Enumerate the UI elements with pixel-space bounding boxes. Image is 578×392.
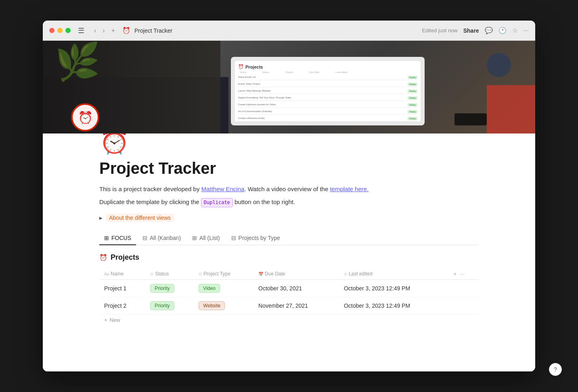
row-1-type[interactable]: Video xyxy=(194,280,253,297)
tab-favicon: ⏰ xyxy=(122,27,130,34)
add-icon: + xyxy=(104,317,107,323)
add-page-button[interactable]: + xyxy=(109,25,117,36)
row-2-due-date: November 27, 2021 xyxy=(253,297,339,315)
collapsible-arrow-icon[interactable]: ▶ xyxy=(99,216,103,220)
section-header: ⏰ Projects xyxy=(99,253,479,262)
description-line-1: This is a project tracker developed by M… xyxy=(99,184,479,194)
tab-focus-icon: ⊞ xyxy=(104,235,109,241)
collapsible-section[interactable]: ▶ About the different views xyxy=(99,214,479,222)
section-icon: ⏰ xyxy=(99,254,107,261)
add-column-button[interactable]: + xyxy=(453,271,457,277)
hero-image: 🌿 ⏰ ⏰ Projects NameStatusProjectDue Date… xyxy=(43,41,535,133)
browser-chrome: ☰ ‹ › + ⏰ Project Tracker Edited just no… xyxy=(43,21,535,41)
col-project-type: ⊙ Project Type xyxy=(194,268,253,280)
hero-tablet-screen: ⏰ Projects NameStatusProjectDue DateLast… xyxy=(235,61,421,121)
col-last-edited: ⊙ Last edited xyxy=(339,268,448,280)
tab-kanban-icon: ⊟ xyxy=(142,235,147,241)
row-1-actions xyxy=(448,280,479,297)
row-2-actions xyxy=(448,297,479,315)
navigation-controls: ‹ › + xyxy=(92,25,117,36)
hero-tablet-title: ⏰ Projects xyxy=(238,64,417,69)
col-name: Aa Name xyxy=(99,268,145,280)
tabs-bar: ⊞ FOCUS ⊟ All (Kanban) ⊞ All (List) ⊟ Pr… xyxy=(99,231,479,245)
col-name-icon: Aa xyxy=(104,272,109,276)
edited-status: Edited just now xyxy=(422,27,458,33)
type-badge: Website xyxy=(199,301,225,310)
col-type-icon: ⊙ xyxy=(199,272,202,276)
hero-orange-block xyxy=(487,85,535,133)
tab-kanban[interactable]: ⊟ All (Kanban) xyxy=(138,231,186,245)
author-link[interactable]: Matthew Encina xyxy=(201,186,245,192)
close-button[interactable] xyxy=(49,28,54,33)
new-label: New xyxy=(110,317,120,323)
tab-list[interactable]: ⊞ All (List) xyxy=(187,231,225,245)
projects-table: Aa Name ⊙ Status ⊙ xyxy=(99,268,479,315)
hero-black-rect xyxy=(454,113,487,125)
traffic-lights xyxy=(49,28,71,33)
add-row-button[interactable]: + New xyxy=(99,315,479,325)
duplicate-badge: Duplicate xyxy=(201,198,233,207)
col-date-icon: 📅 xyxy=(258,272,263,276)
tab-focus[interactable]: ⊞ FOCUS xyxy=(99,231,136,245)
tab-area: ⏰ Project Tracker xyxy=(122,27,417,34)
minimize-button[interactable] xyxy=(57,28,63,33)
tab-type-icon: ⊟ xyxy=(231,235,236,241)
browser-window: ☰ ‹ › + ⏰ Project Tracker Edited just no… xyxy=(43,21,535,371)
menu-button[interactable]: ☰ xyxy=(75,25,87,37)
status-badge: Priority xyxy=(150,301,174,310)
back-button[interactable]: ‹ xyxy=(92,25,98,36)
more-columns-button[interactable]: ··· xyxy=(460,271,465,277)
collapsible-label[interactable]: About the different views xyxy=(106,214,174,222)
table-row: Project 2 Priority Website November 27, … xyxy=(99,297,479,315)
forward-button[interactable]: › xyxy=(100,25,107,36)
row-1-status[interactable]: Priority xyxy=(145,280,194,297)
col-actions-header: + ··· xyxy=(448,268,479,280)
col-due-date: 📅 Due Date xyxy=(253,268,339,280)
favorite-icon[interactable]: ☆ xyxy=(512,27,518,34)
col-status-icon: ⊙ xyxy=(150,272,153,276)
help-button[interactable]: ? xyxy=(549,363,562,376)
more-options-icon[interactable]: ··· xyxy=(524,27,529,34)
maximize-button[interactable] xyxy=(65,28,71,33)
section-title: Projects xyxy=(111,253,139,262)
row-2-name[interactable]: Project 2 xyxy=(99,297,145,315)
history-icon[interactable]: 🕐 xyxy=(498,27,507,34)
tab-type-label: Projects by Type xyxy=(239,235,280,241)
row-2-last-edited: October 3, 2023 12:49 PM xyxy=(339,297,448,315)
description-line-2: Duplicate the template by clicking the D… xyxy=(99,197,479,207)
tab-focus-label: FOCUS xyxy=(111,235,131,241)
tab-list-icon: ⊞ xyxy=(192,235,197,241)
page-title: Project Tracker xyxy=(99,158,479,178)
row-1-name[interactable]: Project 1 xyxy=(99,280,145,297)
status-badge: Priority xyxy=(150,284,174,293)
browser-actions: Edited just now Share 💬 🕐 ☆ ··· xyxy=(422,27,529,34)
col-edited-icon: ⊙ xyxy=(344,272,347,276)
hero-tablet: ⏰ Projects NameStatusProjectDue DateLast… xyxy=(231,57,425,125)
share-button[interactable]: Share xyxy=(463,27,479,34)
row-1-last-edited: October 3, 2023 12:49 PM xyxy=(339,280,448,297)
tab-type[interactable]: ⊟ Projects by Type xyxy=(226,231,285,245)
row-2-status[interactable]: Priority xyxy=(145,297,194,315)
main-content: Project Tracker This is a project tracke… xyxy=(43,154,535,342)
tab-kanban-label: All (Kanban) xyxy=(150,235,181,241)
tab-title: Project Tracker xyxy=(134,27,172,34)
comment-icon[interactable]: 💬 xyxy=(485,27,493,34)
tab-list-label: All (List) xyxy=(199,235,220,241)
template-link[interactable]: template here. xyxy=(330,186,369,192)
page-icon-area: ⏰ xyxy=(43,133,535,154)
page-content: 🌿 ⏰ ⏰ Projects NameStatusProjectDue Date… xyxy=(43,41,535,371)
hero-right-decoration xyxy=(487,53,511,77)
type-badge: Video xyxy=(199,284,220,293)
row-2-type[interactable]: Website xyxy=(194,297,253,315)
row-1-due-date: October 30, 2021 xyxy=(253,280,339,297)
table-row: Project 1 Priority Video October 30, 202… xyxy=(99,280,479,297)
col-status: ⊙ Status xyxy=(145,268,194,280)
